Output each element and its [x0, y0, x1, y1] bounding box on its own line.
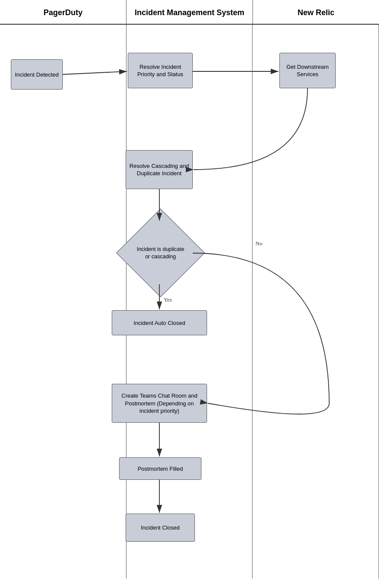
lane-pagerduty — [0, 25, 126, 578]
swimlane-headers: PagerDuty Incident Management System New… — [0, 0, 379, 25]
lane-newrelic — [253, 25, 379, 578]
node-incident-detected: Incident Detected — [11, 59, 63, 90]
header-ims: Incident Management System — [126, 0, 253, 24]
node-postmortem-filled: Postmortem Filled — [119, 457, 201, 480]
lane-ims — [126, 25, 253, 578]
diagram-container: PagerDuty Incident Management System New… — [0, 0, 379, 588]
node-incident-closed: Incident Closed — [126, 514, 195, 542]
header-newrelic: New Relic — [253, 0, 379, 24]
node-auto-closed: Incident Auto Closed — [112, 310, 207, 335]
diamond-text: Incident is duplicate or cascading — [133, 244, 189, 262]
node-get-downstream: Get Downstream Services — [279, 53, 336, 88]
header-pagerduty: PagerDuty — [0, 0, 126, 24]
node-resolve-cascading: Resolve Cascading and Duplicate Incident — [126, 150, 193, 189]
swimlane-body: Incident Detected Resolve Incident Prior… — [0, 25, 379, 578]
node-create-teams: Create Teams Chat Room and Postmortem (D… — [112, 384, 207, 423]
node-resolve-priority: Resolve Incident Priority and Status — [128, 53, 193, 88]
